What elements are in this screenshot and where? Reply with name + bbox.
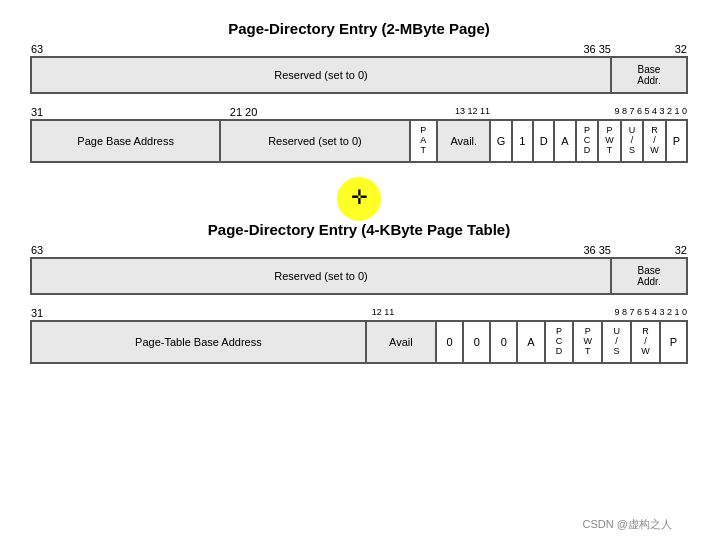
pcd-cell-1: P C D (576, 120, 599, 162)
bit-31-label: 31 (31, 106, 230, 118)
reserved-cell-1: Reserved (set to 0) (31, 57, 611, 93)
one-cell: 1 (512, 120, 533, 162)
s2-a-cell: A (517, 321, 544, 363)
pwt-cell-1: P W T (598, 120, 621, 162)
section1-row2: Page Base Address Reserved (set to 0) P … (30, 119, 688, 163)
bit-63-label: 63 (31, 43, 583, 55)
section2-row2: Page-Table Base Address Avail 0 0 0 A P … (30, 320, 688, 364)
s2-pcd-cell: P C D (545, 321, 574, 363)
page-base-addr-cell: Page Base Address (31, 120, 220, 162)
s2-us-cell: U / S (602, 321, 631, 363)
section2-row1: Reserved (set to 0) Base Addr. (30, 257, 688, 295)
section2-row1-labels: 63 36 35 32 (30, 244, 688, 256)
s2-zero2-cell: 0 (463, 321, 490, 363)
section1-row1: Reserved (set to 0) Base Addr. (30, 56, 688, 94)
p-cell-1: P (666, 120, 687, 162)
s2-zero3-cell: 0 (490, 321, 517, 363)
base-addr-cell-1: Base Addr. (611, 57, 687, 93)
bit-32-label: 32 (618, 43, 687, 55)
section2: Page-Directory Entry (4-KByte Page Table… (30, 221, 688, 364)
section2-row2-labels: 31 12 11 9 8 7 6 5 4 3 2 1 0 (30, 307, 688, 319)
section1-title: Page-Directory Entry (2-MByte Page) (30, 20, 688, 37)
s2-base-addr-cell: Base Addr. (611, 258, 687, 294)
bit-spaces-label: 13 12 11 (455, 106, 508, 118)
section1-row2-labels: 31 21 20 13 12 11 9 8 7 6 5 4 3 2 1 0 (30, 106, 688, 118)
a-cell-1: A (554, 120, 575, 162)
s2-bit-31-label: 31 (31, 307, 372, 319)
cursor-area: ✛ (30, 173, 688, 221)
s2-reserved-cell-1: Reserved (set to 0) (31, 258, 611, 294)
d-cell: D (533, 120, 554, 162)
g-cell: G (490, 120, 511, 162)
us-cell-1: U / S (621, 120, 644, 162)
pat-cell: P A T (410, 120, 437, 162)
watermark: CSDN @虚构之人 (583, 517, 672, 532)
section1: Page-Directory Entry (2-MByte Page) 63 3… (30, 20, 688, 163)
s2-pwt-cell: P W T (573, 321, 602, 363)
s2-bit-3635-label: 36 35 (583, 244, 618, 256)
bit-2120-label: 21 20 (230, 106, 429, 118)
s2-avail-cell: Avail (366, 321, 436, 363)
s2-bit-32-label: 32 (618, 244, 687, 256)
bit-131211-label (429, 106, 456, 118)
bit-3635-label: 36 35 (583, 43, 618, 55)
avail-cell-1: Avail. (437, 120, 490, 162)
section2-title: Page-Directory Entry (4-KByte Page Table… (30, 221, 688, 238)
reserved-cell-2: Reserved (set to 0) (220, 120, 409, 162)
rw-cell-1: R / W (643, 120, 666, 162)
page-table-base-addr-cell: Page-Table Base Address (31, 321, 366, 363)
s2-bit-9876-label: 9 8 7 6 5 4 3 2 1 0 (431, 307, 687, 319)
s2-zero1-cell: 0 (436, 321, 463, 363)
cursor-icon: ✛ (351, 185, 368, 209)
s2-bit-12-label: 12 11 (372, 307, 432, 319)
section1-row1-labels: 63 36 35 32 (30, 43, 688, 55)
bit-9876-label: 9 8 7 6 5 4 3 2 1 0 (508, 106, 687, 118)
s2-bit-63-label: 63 (31, 244, 583, 256)
s2-p-cell: P (660, 321, 687, 363)
s2-rw-cell: R / W (631, 321, 660, 363)
